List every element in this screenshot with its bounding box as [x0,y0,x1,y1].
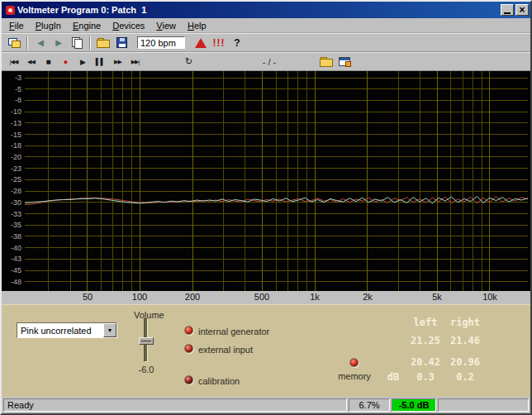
arrow-right-icon: ▶ [55,38,62,47]
toolbar-separator [26,36,28,50]
save-floppy-icon [116,37,127,48]
titlebar[interactable]: Voltmeter Program 0: Patch 1 × [2,2,530,18]
spectrum-plot: -3-5-8-10-13-15-18-20-23-25-28-30-33-35-… [2,71,530,291]
svg-text:-25: -25 [11,175,21,184]
open-file-button[interactable] [317,55,335,69]
help-icon: ? [234,37,240,49]
help-button[interactable]: ? [228,36,246,50]
alerts-icon: !!! [213,37,226,49]
svg-text:-35: -35 [11,221,21,229]
calibration-led[interactable] [184,375,193,384]
project-window-button[interactable] [5,36,23,50]
loop-icon: ↻ [185,56,192,67]
menu-file[interactable]: File [3,19,30,32]
menu-engine[interactable]: Engine [67,19,107,32]
svg-text:-8: -8 [15,96,21,104]
position-display: - / - [245,57,294,67]
memory-label: memory [335,371,373,381]
play-icon: ▶ [80,58,86,66]
svg-text:-23: -23 [11,165,21,173]
back-button[interactable]: ◀ [31,36,50,50]
volume-value: -6.0 [132,365,160,374]
readout-value: 20.96 [446,356,484,368]
rewind-button[interactable]: ◀◀ [22,55,40,69]
fast-forward-icon: ▶▶ [114,59,121,65]
freq-tick-label: 2k [356,292,379,302]
readout-value: 0.2 [446,371,484,383]
readout-value: 21.25 [406,335,444,346]
warning-triangle-icon [195,38,207,48]
toolbar: ◀ ▶ 120 bpm !!! ? [2,33,530,52]
pause-icon: ▌▌ [96,58,105,65]
transport-bar: |◀◀ ◀◀ ■ ● ▶ ▌▌ ▶▶ ▶▶| ↻ - / - [2,52,530,71]
status-spacer-panel [438,398,529,412]
db-unit-label: dB [383,371,403,383]
chevron-down-icon[interactable]: ▼ [103,323,116,337]
save-button[interactable] [112,36,131,50]
copy-pages-icon [72,37,83,48]
freq-tick-label: 50 [76,292,99,302]
toolbar-separator [89,36,91,50]
skip-end-button[interactable]: ▶▶| [126,55,144,69]
minimize-button[interactable] [501,4,514,16]
record-button[interactable]: ● [57,55,74,69]
statusbar: Ready 6.7% -5.0 dB [2,397,530,413]
volume-slider-track[interactable] [144,318,148,362]
spectrum-display: -3-5-8-10-13-15-18-20-23-25-28-30-33-35-… [2,71,530,304]
play-button[interactable]: ▶ [74,55,92,69]
menu-view[interactable]: View [150,19,182,32]
dsp-load-panel: 6.7% [349,398,390,412]
skip-start-button[interactable]: |◀◀ [5,55,22,69]
svg-text:-20: -20 [11,153,21,161]
rewind-icon: ◀◀ [27,59,35,65]
svg-text:-28: -28 [11,187,21,195]
svg-text:-15: -15 [11,131,21,139]
fast-forward-button[interactable]: ▶▶ [109,55,126,69]
internal-generator-led[interactable] [184,326,193,335]
source-select[interactable]: Pink uncorrelated ▼ [17,322,117,338]
open-folder-icon [320,57,333,67]
arrow-left-icon: ◀ [37,38,44,47]
menu-devices[interactable]: Devices [107,19,150,32]
freq-tick-label: 5k [425,292,449,302]
svg-text:-18: -18 [11,141,21,150]
alerts-button[interactable]: !!! [210,36,228,50]
skip-start-icon: |◀◀ [10,59,18,65]
close-icon: × [519,6,525,14]
memory-led[interactable] [349,358,359,367]
readout-right-header: right [446,317,484,328]
forward-button[interactable]: ▶ [50,36,68,50]
svg-text:-48: -48 [11,278,21,286]
edit-view-button[interactable] [335,55,354,69]
volume-label: Volume [134,310,164,320]
open-button[interactable] [94,36,112,50]
warning-button[interactable] [192,36,210,50]
spectrum-plot-area: -3-5-8-10-13-15-18-20-23-25-28-30-33-35-… [2,71,530,291]
svg-text:-43: -43 [11,255,21,263]
freq-tick-label: 200 [181,292,204,302]
minimize-icon [504,12,511,14]
stop-icon: ■ [45,57,50,66]
svg-text:-38: -38 [11,232,21,241]
internal-generator-label: internal generator [198,327,269,336]
bpm-field[interactable]: 120 bpm [137,36,185,49]
external-input-label: external input [198,345,253,355]
svg-text:-5: -5 [15,85,21,93]
control-panel: Pink uncorrelated ▼ Volume -6.0 internal… [2,304,530,397]
svg-text:-3: -3 [15,74,21,82]
menu-help[interactable]: Help [182,19,212,32]
copy-button[interactable] [68,36,86,50]
loop-button[interactable]: ↻ [180,55,197,69]
pause-button[interactable]: ▌▌ [92,55,109,69]
stop-button[interactable]: ■ [40,55,57,69]
status-ready: Ready [3,398,347,412]
volume-slider-handle[interactable] [139,337,154,345]
svg-text:-13: -13 [11,119,21,127]
svg-text:-40: -40 [11,244,21,252]
close-button[interactable]: × [515,4,529,16]
window-title: Voltmeter Program 0: Patch 1 [17,5,499,15]
calibration-label: calibration [198,376,240,386]
menu-plugin[interactable]: PlugIn [30,19,67,32]
open-folder-icon [97,38,110,48]
external-input-led[interactable] [184,344,193,353]
